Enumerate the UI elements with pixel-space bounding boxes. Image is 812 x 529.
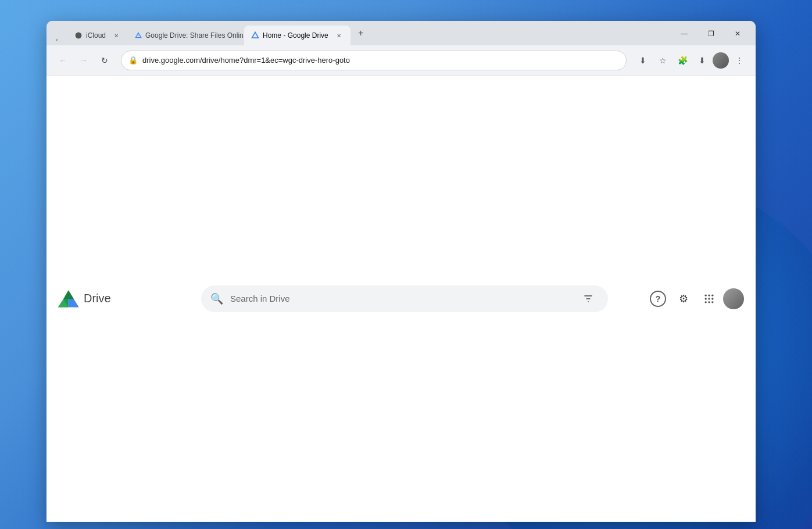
- tab-gdrive-home-label: Home - Google Drive: [263, 31, 328, 40]
- search-filter-button[interactable]: [578, 288, 599, 309]
- search-icon: 🔍: [210, 292, 223, 305]
- browser-menu-icon[interactable]: ⋮: [730, 51, 749, 70]
- save-to-pocket-icon[interactable]: ⬇: [693, 51, 711, 70]
- back-icon: ←: [59, 56, 67, 65]
- drive-header: Drive 🔍 Search in Drive ? ⚙: [46, 76, 756, 522]
- extensions-icon[interactable]: 🧩: [673, 51, 692, 70]
- tab-icloud[interactable]: iCloud ✕: [67, 26, 128, 45]
- tab-scroll-arrows: ‹: [51, 34, 63, 45]
- drive-logo: Drive: [58, 288, 192, 309]
- tab-gdrive-share-label: Google Drive: Share Files Onlin...: [145, 31, 244, 40]
- drive-avatar-image: [723, 288, 744, 309]
- tab-gdrive-home-close[interactable]: ✕: [334, 31, 344, 40]
- browser-window: ‹ iCloud ✕ Google Drive: Share Files Onl…: [46, 21, 756, 522]
- tab-gdrive-home-favicon: [251, 31, 259, 40]
- svg-point-17: [708, 298, 710, 299]
- forward-button[interactable]: →: [74, 51, 93, 70]
- svg-point-13: [705, 294, 707, 296]
- drive-user-avatar[interactable]: [723, 288, 744, 309]
- tab-gdrive-share[interactable]: Google Drive: Share Files Onlin... ✕: [128, 26, 244, 45]
- tab-icloud-favicon: [74, 31, 83, 40]
- nav-bar: ← → ↻ 🔒 drive.google.com/drive/home?dmr=…: [46, 45, 756, 76]
- svg-point-0: [76, 33, 82, 39]
- search-bar[interactable]: 🔍 Search in Drive: [201, 285, 608, 312]
- new-tab-button[interactable]: +: [353, 25, 369, 41]
- apps-button[interactable]: [697, 287, 721, 310]
- refresh-icon: ↻: [101, 56, 108, 65]
- avatar-image: [713, 52, 729, 69]
- svg-point-15: [711, 294, 713, 296]
- help-icon: ?: [650, 291, 666, 307]
- svg-point-20: [708, 301, 710, 303]
- back-button[interactable]: ←: [53, 51, 72, 70]
- close-button[interactable]: ✕: [724, 26, 751, 42]
- svg-point-19: [705, 301, 707, 303]
- minimize-button[interactable]: —: [671, 26, 697, 42]
- address-bar[interactable]: 🔒 drive.google.com/drive/home?dmr=1&ec=w…: [121, 51, 627, 70]
- tab-bar: ‹ iCloud ✕ Google Drive: Share Files Onl…: [46, 21, 756, 45]
- nav-icons: ⬇ ☆ 🧩 ⬇ ⋮: [634, 51, 749, 70]
- bookmark-icon[interactable]: ☆: [653, 51, 672, 70]
- svg-point-14: [708, 294, 710, 296]
- address-text: drive.google.com/drive/home?dmr=1&ec=wgc…: [142, 56, 619, 65]
- user-avatar[interactable]: [713, 52, 729, 69]
- settings-icon: ⚙: [679, 292, 688, 305]
- drive-app: Drive 🔍 Search in Drive ? ⚙: [46, 76, 756, 522]
- search-input[interactable]: Search in Drive: [230, 294, 571, 303]
- address-security-icon: 🔒: [128, 56, 138, 65]
- svg-point-18: [711, 298, 713, 299]
- apps-icon: [703, 293, 715, 305]
- tab-icloud-label: iCloud: [86, 31, 106, 40]
- tab-gdrive-home[interactable]: Home - Google Drive ✕: [244, 26, 350, 45]
- svg-point-21: [711, 301, 713, 303]
- drive-logo-icon: [58, 288, 79, 309]
- tab-gdrive-share-favicon: [135, 31, 142, 40]
- drive-logo-text: Drive: [84, 292, 111, 305]
- svg-marker-9: [63, 290, 74, 299]
- settings-button[interactable]: ⚙: [672, 287, 695, 310]
- svg-marker-2: [136, 33, 140, 36]
- window-controls: — ❐ ✕: [671, 26, 751, 45]
- header-icons: ? ⚙: [646, 287, 744, 310]
- svg-marker-3: [252, 32, 258, 38]
- refresh-button[interactable]: ↻: [95, 51, 114, 70]
- tab-icloud-close[interactable]: ✕: [112, 31, 121, 40]
- svg-point-16: [705, 298, 707, 299]
- restore-button[interactable]: ❐: [697, 26, 724, 42]
- download-icon[interactable]: ⬇: [634, 51, 652, 70]
- forward-icon: →: [80, 56, 88, 65]
- help-button[interactable]: ?: [646, 287, 670, 310]
- tab-scroll-left[interactable]: ‹: [51, 34, 63, 45]
